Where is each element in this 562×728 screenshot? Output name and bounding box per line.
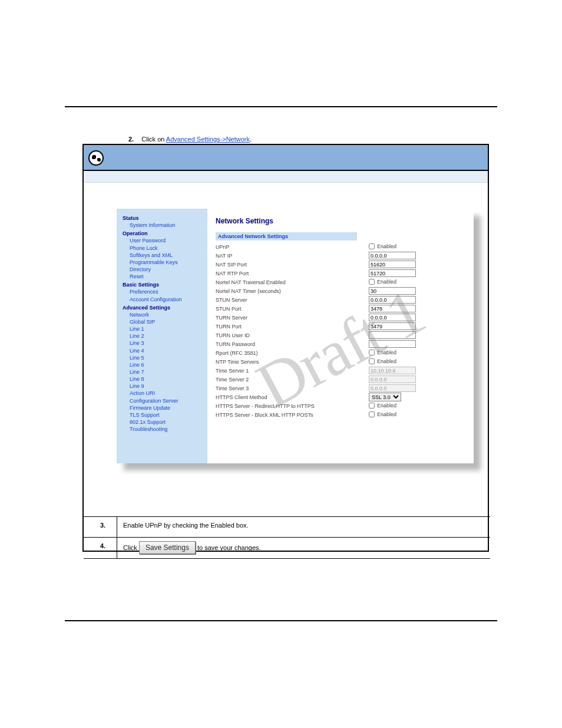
setting-input[interactable]	[369, 305, 416, 312]
setting-label: Time Server 1	[216, 368, 369, 374]
setting-row: Time Server 2	[216, 375, 465, 384]
step2-num: 2.	[128, 136, 134, 143]
section-header: Advanced Network Settings	[216, 232, 357, 241]
sidebar-item[interactable]: Line 1	[130, 325, 204, 332]
setting-row: Time Server 1	[216, 366, 465, 375]
setting-row: NAT IP	[216, 251, 465, 260]
checkbox-label: Enabled	[377, 403, 396, 409]
setting-checkbox[interactable]: Enabled	[369, 243, 396, 249]
sidebar-item[interactable]: Line 8	[130, 375, 204, 383]
browser-header	[84, 145, 488, 171]
setting-label: TURN Password	[216, 341, 369, 347]
checkbox-label: Enabled	[377, 243, 396, 249]
checkbox-input[interactable]	[369, 411, 375, 417]
sidebar-item[interactable]: 802.1x Support	[130, 419, 204, 426]
bottom-rule	[65, 620, 497, 621]
setting-label: Rport (RFC 3581)	[216, 350, 369, 356]
setting-row: TURN Server	[216, 313, 465, 322]
sidebar-item[interactable]: Line 2	[130, 332, 204, 340]
sidebar-item[interactable]: System Information	[130, 222, 204, 229]
setting-label: NAT SIP Port	[216, 262, 369, 268]
setting-input[interactable]	[369, 340, 416, 348]
setting-row: HTTPS Client MethodSSL 3.0	[216, 393, 465, 401]
browser-panel: StatusSystem InformationOperationUser Pa…	[82, 144, 489, 552]
sidebar-item[interactable]: Line 9	[130, 383, 204, 390]
setting-row: TURN Port	[216, 322, 465, 331]
sidebar-item[interactable]: Directory	[130, 266, 204, 273]
setting-label: Time Server 2	[216, 377, 369, 383]
sidebar-item[interactable]: Action URI	[130, 390, 204, 397]
sidebar-item[interactable]: Line 7	[130, 368, 204, 375]
sidebar-item[interactable]: Reset	[130, 273, 204, 280]
setting-label: HTTPS Client Method	[216, 394, 369, 400]
setting-input[interactable]	[369, 269, 416, 277]
sidebar-item[interactable]: Phone Lock	[130, 245, 204, 252]
checkbox-input[interactable]	[369, 403, 375, 409]
nav-link[interactable]: Advanced Settings->Network	[166, 136, 250, 143]
sidebar-item[interactable]: Line 6	[130, 361, 204, 368]
setting-input[interactable]	[369, 314, 416, 321]
setting-input[interactable]	[369, 322, 416, 330]
sidebar-item[interactable]: Configuration Server	[130, 397, 204, 404]
step-table: 3. Enable UPnP by checking the Enabled b…	[84, 516, 490, 559]
sidebar-item[interactable]: Line 5	[130, 354, 204, 361]
save-button[interactable]: Save Settings	[139, 541, 196, 554]
setting-checkbox[interactable]: Enabled	[369, 279, 396, 285]
setting-input[interactable]	[369, 296, 416, 304]
setting-checkbox[interactable]: Enabled	[369, 350, 396, 355]
checkbox-input[interactable]	[369, 358, 375, 364]
setting-row: TURN User ID	[216, 331, 465, 340]
setting-label: Time Server 3	[216, 386, 369, 391]
sidebar-item[interactable]: Preferences	[130, 288, 204, 295]
setting-label: TURN Server	[216, 315, 369, 321]
sidebar-item[interactable]: Global SIP	[130, 318, 204, 325]
setting-input[interactable]	[369, 261, 416, 268]
step3a-num: 3.	[84, 517, 117, 537]
sidebar-category: Status	[123, 215, 204, 222]
checkbox-label: Enabled	[377, 411, 396, 417]
settings-rows: UPnPEnabledNAT IPNAT SIP PortNAT RTP Por…	[216, 242, 465, 419]
setting-input[interactable]	[369, 331, 416, 339]
checkbox-input[interactable]	[369, 243, 375, 249]
step-row: 3. Enable UPnP by checking the Enabled b…	[84, 516, 490, 538]
sidebar-item[interactable]: Line 4	[130, 347, 204, 354]
setting-checkbox[interactable]: Enabled	[369, 358, 396, 364]
checkbox-input[interactable]	[369, 279, 375, 285]
checkbox-input[interactable]	[369, 350, 375, 355]
sidebar-category: Advanced Settings	[123, 304, 204, 311]
browser-strip	[84, 171, 488, 183]
setting-checkbox[interactable]: Enabled	[369, 411, 396, 417]
sidebar-item[interactable]: Firmware Update	[130, 404, 204, 411]
setting-row: UPnPEnabled	[216, 242, 465, 251]
sidebar-item[interactable]: User Password	[130, 237, 204, 244]
globe-icon	[88, 150, 104, 166]
setting-label: STUN Port	[216, 306, 369, 312]
setting-checkbox[interactable]: Enabled	[369, 403, 396, 409]
sidebar-item[interactable]: Network	[130, 311, 204, 318]
step-row: 4. Click Save Settings to save your chan…	[84, 538, 490, 559]
setting-label: HTTPS Server - Redirect HTTP to HTTPS	[216, 403, 369, 409]
setting-input[interactable]	[369, 287, 416, 295]
setting-row: HTTPS Server - Redirect HTTP to HTTPSEna…	[216, 401, 465, 410]
setting-label: Nortel NAT Traversal Enabled	[216, 279, 369, 285]
sidebar: StatusSystem InformationOperationUser Pa…	[117, 209, 207, 463]
sidebar-category: Operation	[123, 230, 204, 237]
setting-select[interactable]: SSL 3.0	[369, 393, 401, 401]
setting-row: Time Server 3	[216, 384, 465, 393]
step3b-num: 4.	[84, 538, 117, 558]
content-area: Draft 1 Network Settings Advanced Networ…	[207, 209, 474, 463]
sidebar-item[interactable]: Programmable Keys	[130, 259, 204, 266]
sidebar-item[interactable]: Account Configuration	[130, 296, 204, 303]
step3b-text: Click Save Settings to save your changes…	[117, 538, 490, 558]
sidebar-item[interactable]: Troubleshooting	[130, 426, 204, 433]
settings-card: StatusSystem InformationOperationUser Pa…	[117, 209, 474, 463]
sidebar-item[interactable]: Softkeys and XML	[130, 252, 204, 259]
sidebar-item[interactable]: TLS Support	[130, 411, 204, 419]
step3a-text: Enable UPnP by checking the Enabled box.	[117, 517, 490, 537]
setting-input	[369, 367, 416, 374]
setting-row: NTP Time ServersEnabled	[216, 357, 465, 366]
setting-row: NAT RTP Port	[216, 269, 465, 278]
top-rule	[65, 106, 497, 107]
setting-input[interactable]	[369, 252, 416, 259]
sidebar-item[interactable]: Line 3	[130, 340, 204, 347]
